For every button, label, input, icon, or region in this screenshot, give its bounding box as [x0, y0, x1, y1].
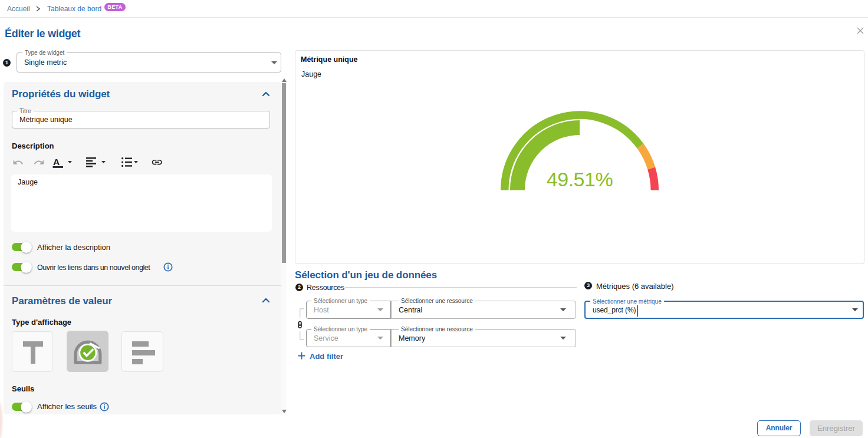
svg-text:A: A: [53, 157, 60, 167]
